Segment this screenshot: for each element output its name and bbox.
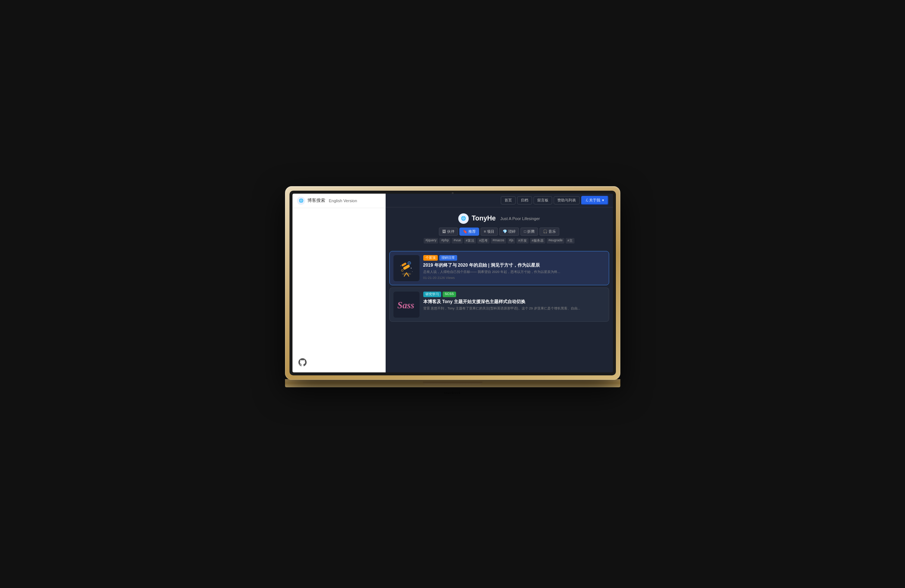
github-icon[interactable] bbox=[298, 358, 306, 366]
blog-search-title: 博客搜索 bbox=[307, 197, 325, 204]
right-panel: 首页 归档 留言板 赞助与列表 ℒ 关于我 ▾ 🌐 TonyHe bbox=[386, 193, 613, 372]
svg-point-10 bbox=[412, 271, 413, 271]
macbook-notch bbox=[423, 382, 483, 385]
tags-row: #jquery #php #vue #算法 #思考 #macos #js #开发… bbox=[419, 238, 579, 244]
tab-music-label: 🎧 音乐 bbox=[543, 229, 556, 234]
article-tag-study: 研究学习 bbox=[423, 292, 441, 297]
macbook-base bbox=[285, 379, 620, 387]
article-tag-scss: SCSS bbox=[443, 292, 456, 297]
tag-main[interactable]: #主 bbox=[565, 238, 575, 244]
article-content-2: 研究学习 SCSS 本博客及 Tony 主题开始支援深色主题样式自动切换 背景 … bbox=[423, 292, 605, 318]
tag-vue[interactable]: #vue bbox=[452, 238, 463, 244]
screen-bezel: 🌐 博客搜索 English Version 首页 bbox=[289, 191, 616, 376]
tab-partner[interactable]: 🖼 伙伴 bbox=[439, 228, 458, 236]
article-tag-daily: 琐碎日常 bbox=[439, 255, 457, 261]
tab-tinker[interactable]: □ 折腾 bbox=[521, 228, 538, 236]
article-image-2: Sass bbox=[394, 292, 419, 318]
tab-partner-label: 🖼 伙伴 bbox=[442, 229, 454, 234]
tab-misc-label: 💎 琐碎 bbox=[503, 229, 516, 234]
nav-home-button[interactable]: 首页 bbox=[501, 196, 516, 204]
svg-point-8 bbox=[411, 267, 412, 268]
article-excerpt-2: 背景 意想不到，Tony 主题有了亚果仁的关注(型科英语原形甲语)。这个 29 … bbox=[423, 306, 605, 311]
tab-music[interactable]: 🎧 音乐 bbox=[540, 228, 559, 236]
tab-project-label: ≡ 项目 bbox=[484, 229, 495, 234]
screen: 🌐 博客搜索 English Version 首页 bbox=[292, 193, 613, 372]
article-card-2[interactable]: Sass 研究学习 SCSS 本博客及 Tony 主题开始支援深色主题样式自动切… bbox=[389, 287, 609, 322]
left-header: 🌐 博客搜索 English Version bbox=[292, 193, 386, 208]
camera-dot bbox=[452, 192, 453, 194]
macbook-body: 🌐 博客搜索 English Version 首页 bbox=[285, 186, 620, 380]
article-meta-1: 01-21-20 2126 Views bbox=[423, 276, 605, 280]
about-dropdown-icon: ▾ bbox=[602, 198, 604, 202]
tab-misc[interactable]: 💎 琐碎 bbox=[499, 228, 519, 236]
tag-server[interactable]: #服务器 bbox=[530, 238, 545, 244]
tab-project[interactable]: ≡ 项目 bbox=[481, 228, 498, 236]
article-excerpt-1: 总有人说，人得给自己找个目标—— 我希望自 2020 年起，思考以方寸始，作为以… bbox=[423, 269, 605, 274]
article-tags-2: 研究学习 SCSS bbox=[423, 292, 605, 297]
nav-archive-button[interactable]: 归档 bbox=[517, 196, 532, 204]
tag-thinking[interactable]: #思考 bbox=[477, 238, 489, 244]
svg-point-6 bbox=[408, 262, 410, 264]
nav-about-button[interactable]: ℒ 关于我 ▾ bbox=[581, 196, 608, 205]
article-title-1: 2019 年的终了与 2020 年的启始 | 洞见于方寸，作为以星辰 bbox=[423, 262, 605, 268]
article-card-1[interactable]: 个置顶 琐碎日常 2019 年的终了与 2020 年的启始 | 洞见于方寸，作为… bbox=[389, 251, 609, 285]
macbook-label: MacBook bbox=[444, 391, 461, 395]
english-version-link[interactable]: English Version bbox=[329, 198, 357, 203]
article-tags-1: 个置顶 琐碎日常 bbox=[423, 255, 605, 261]
tab-tinker-label: □ 折腾 bbox=[524, 229, 535, 234]
profile-subtitle: Just A Poor Lifesinger bbox=[500, 216, 540, 221]
macbook-computer: 🌐 博客搜索 English Version 首页 bbox=[285, 186, 620, 402]
logo-icon: 🌐 bbox=[297, 197, 305, 205]
tabs-row: 🖼 伙伴 🔖 推荐 ≡ 项目 💎 琐碎 bbox=[439, 228, 559, 236]
tag-jquery[interactable]: #jquery bbox=[424, 238, 438, 244]
article-content-1: 个置顶 琐碎日常 2019 年的终了与 2020 年的启始 | 洞见于方寸，作为… bbox=[423, 255, 605, 281]
svg-text:Sass: Sass bbox=[397, 300, 414, 310]
tag-dev[interactable]: #开发 bbox=[516, 238, 529, 244]
svg-point-9 bbox=[400, 265, 401, 266]
top-nav: 首页 归档 留言板 赞助与列表 ℒ 关于我 ▾ bbox=[386, 193, 613, 208]
tag-php[interactable]: #php bbox=[439, 238, 451, 244]
article-tag-sticky: 个置顶 bbox=[423, 255, 438, 261]
tab-recommend-label: 🔖 推荐 bbox=[463, 229, 476, 234]
article-title-2: 本博客及 Tony 主题开始支援深色主题样式自动切换 bbox=[423, 299, 605, 305]
nav-sponsor-button[interactable]: 赞助与列表 bbox=[554, 196, 580, 204]
article-image-1 bbox=[394, 255, 419, 281]
tab-recommend[interactable]: 🔖 推荐 bbox=[459, 228, 479, 236]
sass-logo: Sass bbox=[396, 294, 416, 315]
profile-avatar: 🌐 bbox=[458, 213, 469, 224]
content-area: 个置顶 琐碎日常 2019 年的终了与 2020 年的启始 | 洞见于方寸，作为… bbox=[386, 249, 613, 372]
tag-js[interactable]: #js bbox=[508, 238, 516, 244]
profile-row: 🌐 TonyHe Just A Poor Lifesinger bbox=[458, 213, 540, 224]
svg-point-7 bbox=[401, 269, 403, 271]
article-date-1: 01-21-20 bbox=[423, 276, 437, 280]
profile-section: 🌐 TonyHe Just A Poor Lifesinger 🖼 伙伴 🔖 推… bbox=[386, 208, 613, 249]
about-label: ℒ 关于我 bbox=[586, 198, 600, 203]
nav-guestbook-button[interactable]: 留言板 bbox=[533, 196, 552, 204]
article-views-1: 2126 Views bbox=[437, 276, 454, 280]
tag-macos[interactable]: #macos bbox=[491, 238, 506, 244]
profile-name: TonyHe bbox=[472, 214, 496, 222]
tag-eugrade[interactable]: #eugrade bbox=[546, 238, 564, 244]
tag-algorithm[interactable]: #算法 bbox=[464, 238, 476, 244]
left-panel: 🌐 博客搜索 English Version bbox=[292, 193, 386, 372]
